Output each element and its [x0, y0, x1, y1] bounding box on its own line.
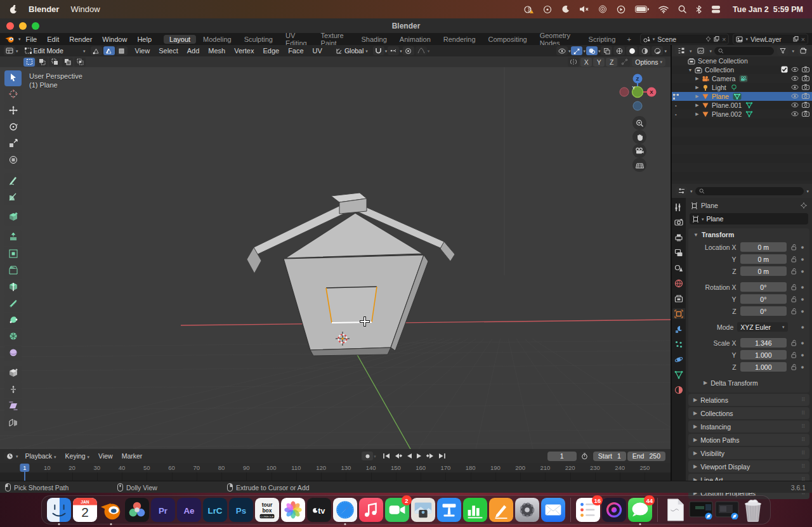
timeline-menu-marker[interactable]: Marker: [117, 452, 147, 460]
timeline-menu-keying[interactable]: Keying ▾: [61, 452, 95, 460]
dock-icon-davinci-resolve[interactable]: [125, 498, 149, 522]
animate-property-dot[interactable]: ●: [799, 340, 806, 346]
lock-icon[interactable]: [789, 256, 799, 263]
outliner-row-collection[interactable]: ▼Collection: [672, 65, 812, 74]
search-icon[interactable]: [678, 5, 686, 13]
properties-tab-data[interactable]: [672, 369, 685, 380]
bluetooth-icon[interactable]: [696, 5, 702, 14]
dock-icon-messages[interactable]: 44: [628, 498, 652, 522]
mirror-z-button[interactable]: Z: [606, 58, 617, 67]
outliner-row-scene-collection[interactable]: Scene Collection: [672, 56, 812, 65]
shading-solid-button[interactable]: [626, 46, 638, 55]
mirror-y-button[interactable]: Y: [593, 58, 605, 67]
lock-icon[interactable]: [789, 339, 799, 346]
xray-toggle-button[interactable]: [601, 46, 612, 55]
disable-in-renders-toggle-icon[interactable]: [802, 110, 809, 118]
animate-property-dot[interactable]: ●: [799, 364, 806, 370]
animate-property-dot[interactable]: ●: [799, 352, 806, 358]
tool-scale-button[interactable]: [4, 136, 22, 152]
disable-in-renders-toggle-icon[interactable]: [802, 66, 809, 74]
dock-icon-after-effects[interactable]: Ae: [177, 498, 201, 522]
disable-in-renders-toggle-icon[interactable]: [802, 93, 809, 100]
outliner-row-plane-001[interactable]: •▶Plane.001: [672, 101, 812, 110]
timeline-menu-view[interactable]: View: [94, 452, 117, 460]
mirror-toggle-icon[interactable]: [568, 58, 579, 67]
wifi-icon[interactable]: [658, 6, 669, 13]
shading-wireframe-button[interactable]: [613, 46, 625, 55]
dock-icon-tourbox-console[interactable]: tourboxCONSOLE: [255, 498, 279, 522]
dock-icon-system-settings[interactable]: [515, 498, 539, 522]
tool-add-cube-button[interactable]: [4, 210, 22, 226]
mode-selector[interactable]: Edit Mode▾: [22, 46, 89, 55]
tool-shrink-fatten-button[interactable]: [4, 382, 22, 398]
viewport-menu-add[interactable]: Add: [183, 47, 204, 55]
value-field[interactable]: 1.346: [740, 338, 787, 348]
dock-icon-premiere-pro[interactable]: Pr: [151, 498, 175, 522]
tool-extrude-region-button[interactable]: [4, 230, 22, 246]
workspace-tab-shading[interactable]: Shading: [355, 35, 392, 44]
animate-property-dot[interactable]: ●: [799, 244, 806, 250]
animate-property-dot[interactable]: ●: [799, 284, 806, 290]
menu-edit[interactable]: Edit: [42, 36, 64, 43]
lock-icon[interactable]: [789, 283, 799, 290]
lock-icon[interactable]: [789, 296, 799, 303]
dock-icon-reminders[interactable]: 16: [576, 498, 600, 522]
hide-in-viewport-toggle-icon[interactable]: [791, 101, 799, 109]
timeline-menu-playback[interactable]: Playback ▾: [21, 452, 61, 460]
properties-search-input[interactable]: [695, 187, 804, 195]
menu-help[interactable]: Help: [132, 36, 157, 43]
shading-material-button[interactable]: [639, 46, 650, 55]
dock-icon-safari[interactable]: [333, 498, 357, 522]
play-reverse-button[interactable]: [406, 453, 412, 459]
apple-menu-icon[interactable]: [9, 4, 18, 15]
scene-selector[interactable]: ▾ Scene ×: [640, 34, 730, 44]
panel-motion-paths[interactable]: ▶Motion Paths⠿: [688, 434, 809, 446]
menu-render[interactable]: Render: [64, 36, 97, 43]
disc-icon[interactable]: [543, 5, 552, 14]
tool-move-button[interactable]: [4, 103, 22, 119]
tool-loop-cut-button[interactable]: [4, 280, 22, 296]
hide-in-viewport-toggle-icon[interactable]: [791, 84, 799, 91]
animate-property-dot[interactable]: ●: [800, 324, 806, 330]
airpods-icon[interactable]: [598, 5, 607, 13]
panel-collections[interactable]: ▶Collections⠿: [688, 407, 809, 419]
tool-measure-button[interactable]: [4, 190, 22, 205]
timeline-ruler[interactable]: 1102030405060708090100110120130140150160…: [0, 463, 671, 472]
viewport-menu-vertex[interactable]: Vertex: [230, 47, 258, 55]
proportional-falloff-button[interactable]: [416, 46, 427, 55]
vpn-warning-icon[interactable]: [523, 5, 534, 14]
viewport-menu-view[interactable]: View: [131, 47, 155, 55]
expander-icon[interactable]: ▶: [694, 94, 700, 99]
tool-tweak-select-button[interactable]: [4, 70, 22, 86]
pan-tool-icon[interactable]: [632, 130, 646, 144]
snap-toggle-button[interactable]: [388, 46, 399, 55]
dock-icon-music[interactable]: [359, 498, 383, 522]
animate-property-dot[interactable]: ●: [799, 296, 806, 303]
animate-property-dot[interactable]: ●: [799, 268, 806, 275]
new-collection-button[interactable]: [797, 46, 809, 55]
value-field[interactable]: 1.000: [740, 362, 787, 372]
view-layer-selector[interactable]: ▾ ViewLayer ×: [733, 34, 808, 44]
expander-icon[interactable]: ▼: [687, 68, 693, 72]
blender-logo-icon[interactable]: [5, 36, 15, 43]
panel-relations[interactable]: ▶Relations⠿: [688, 394, 809, 406]
value-field[interactable]: 1.000: [740, 350, 787, 360]
dock-icon-photoshop[interactable]: Ps: [229, 498, 253, 522]
hide-in-viewport-toggle-icon[interactable]: [791, 66, 799, 74]
playhead[interactable]: 1: [20, 464, 29, 472]
face-select-mode-button[interactable]: [116, 46, 128, 55]
dock-icon-photos[interactable]: [281, 498, 305, 522]
properties-tab-scene[interactable]: [672, 263, 685, 273]
edge-select-mode-button[interactable]: [103, 46, 115, 55]
properties-tab-physics[interactable]: [672, 354, 685, 365]
viewport-menu-select[interactable]: Select: [154, 47, 183, 55]
add-workspace-button[interactable]: +: [622, 36, 636, 43]
editor-type-button[interactable]: [4, 46, 15, 55]
select-box-new-button[interactable]: [23, 58, 35, 67]
dock-icon-creative-cloud[interactable]: [602, 498, 626, 522]
dock-icon-facetime[interactable]: 2: [385, 498, 409, 522]
disable-in-renders-toggle-icon[interactable]: [802, 101, 809, 109]
pin-icon[interactable]: [801, 202, 807, 209]
value-field[interactable]: 0 m: [740, 254, 787, 264]
tool-bevel-button[interactable]: [4, 263, 22, 279]
